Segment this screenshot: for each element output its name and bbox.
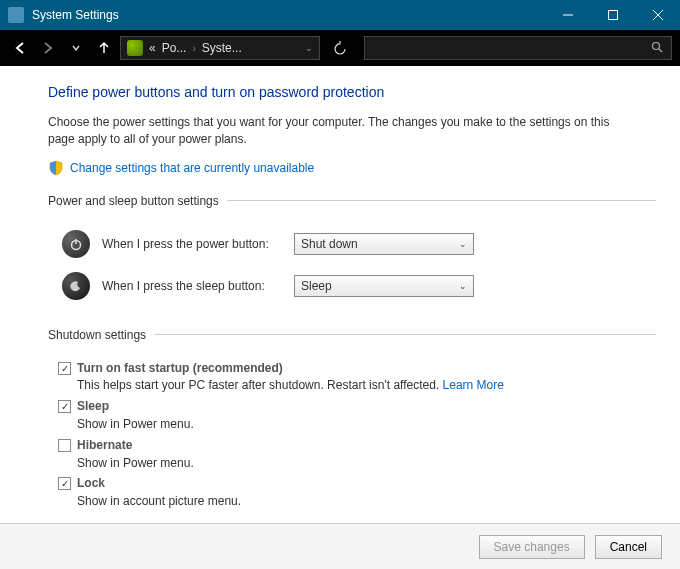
chevron-right-icon: › bbox=[192, 43, 195, 54]
refresh-button[interactable] bbox=[328, 36, 352, 60]
power-button-label: When I press the power button: bbox=[102, 237, 282, 251]
page-description: Choose the power settings that you want … bbox=[48, 114, 628, 148]
chevron-down-icon: ⌄ bbox=[459, 281, 467, 291]
search-input[interactable] bbox=[364, 36, 672, 60]
sleep-title: Sleep bbox=[77, 399, 109, 413]
maximize-button[interactable] bbox=[590, 0, 635, 30]
save-changes-button[interactable]: Save changes bbox=[479, 535, 585, 559]
svg-line-5 bbox=[659, 49, 662, 52]
hibernate-title: Hibernate bbox=[77, 438, 132, 452]
shutdown-legend: Shutdown settings bbox=[48, 328, 154, 342]
svg-rect-1 bbox=[608, 11, 617, 20]
sleep-button-label: When I press the sleep button: bbox=[102, 279, 282, 293]
shield-icon bbox=[48, 160, 64, 176]
chevron-down-icon: ⌄ bbox=[459, 239, 467, 249]
minimize-button[interactable] bbox=[545, 0, 590, 30]
power-button-dropdown[interactable]: Shut down ⌄ bbox=[294, 233, 474, 255]
titlebar: System Settings bbox=[0, 0, 680, 30]
close-button[interactable] bbox=[635, 0, 680, 30]
forward-button[interactable] bbox=[36, 36, 60, 60]
power-sleep-legend: Power and sleep button settings bbox=[48, 194, 227, 208]
svg-point-4 bbox=[653, 42, 660, 49]
breadcrumb-location-icon bbox=[127, 40, 143, 56]
sleep-checkbox[interactable]: ✓ bbox=[58, 400, 71, 413]
sleep-button-dropdown[interactable]: Sleep ⌄ bbox=[294, 275, 474, 297]
lock-title: Lock bbox=[77, 476, 105, 490]
app-icon bbox=[8, 7, 24, 23]
sleep-button-icon bbox=[62, 272, 90, 300]
lock-checkbox[interactable]: ✓ bbox=[58, 477, 71, 490]
up-button[interactable] bbox=[92, 36, 116, 60]
navigation-bar: « Po... › Syste... ⌄ bbox=[0, 30, 680, 66]
breadcrumb[interactable]: « Po... › Syste... ⌄ bbox=[120, 36, 320, 60]
change-settings-link[interactable]: Change settings that are currently unava… bbox=[70, 161, 314, 175]
cancel-button[interactable]: Cancel bbox=[595, 535, 662, 559]
window-title: System Settings bbox=[32, 8, 545, 22]
fast-startup-title: Turn on fast startup (recommended) bbox=[77, 361, 283, 375]
power-button-icon bbox=[62, 230, 90, 258]
fast-startup-desc: This helps start your PC faster after sh… bbox=[77, 378, 439, 392]
power-sleep-settings-group: Power and sleep button settings When I p… bbox=[48, 194, 656, 318]
fast-startup-checkbox[interactable]: ✓ bbox=[58, 362, 71, 375]
content-area: Define power buttons and turn on passwor… bbox=[0, 66, 680, 523]
back-button[interactable] bbox=[8, 36, 32, 60]
learn-more-link[interactable]: Learn More bbox=[443, 378, 504, 392]
search-icon bbox=[651, 41, 663, 56]
sleep-button-value: Sleep bbox=[301, 279, 332, 293]
power-button-value: Shut down bbox=[301, 237, 358, 251]
hibernate-desc: Show in Power menu. bbox=[77, 455, 194, 472]
breadcrumb-dropdown-icon[interactable]: ⌄ bbox=[305, 43, 313, 53]
footer: Save changes Cancel bbox=[0, 523, 680, 569]
sleep-desc: Show in Power menu. bbox=[77, 416, 194, 433]
page-title: Define power buttons and turn on passwor… bbox=[48, 84, 656, 100]
shutdown-settings-group: Shutdown settings ✓ Turn on fast startup… bbox=[48, 328, 656, 516]
breadcrumb-prefix: « bbox=[149, 41, 156, 55]
lock-desc: Show in account picture menu. bbox=[77, 493, 241, 510]
breadcrumb-segment-1[interactable]: Po... bbox=[162, 41, 187, 55]
history-dropdown-icon[interactable] bbox=[64, 36, 88, 60]
hibernate-checkbox[interactable] bbox=[58, 439, 71, 452]
breadcrumb-segment-2[interactable]: Syste... bbox=[202, 41, 242, 55]
